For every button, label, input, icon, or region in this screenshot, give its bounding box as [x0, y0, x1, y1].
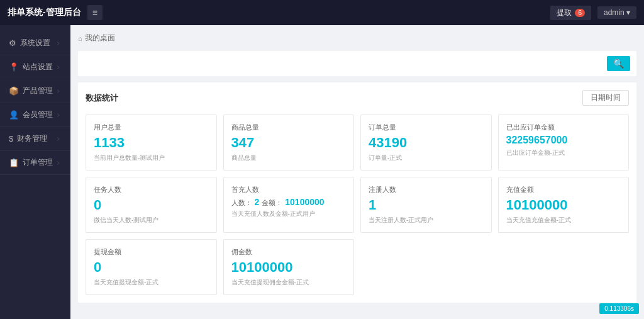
stat-desc-order-amount: 已出应订单金额-正式: [506, 148, 621, 157]
stat-desc-orders: 订单量-正式: [369, 154, 484, 162]
stat-label-regusers: 注册人数: [369, 185, 484, 194]
sidebar: ⚙ 系统设置 ﹥ 📍 站点设置 ﹥ 📦 产品管理 ﹥ 👤 会员管理 ﹥: [0, 25, 70, 319]
sidebar-item-system[interactable]: ⚙ 系统设置 ﹥: [0, 31, 70, 55]
stat-desc-task: 微信当天人数-测试用户: [94, 216, 209, 225]
gear-icon: ⚙: [9, 38, 16, 48]
chevron-icon-product: ﹥: [55, 87, 62, 96]
home-icon: ⌂: [78, 35, 82, 42]
stat-value-orders: 43190: [369, 135, 484, 151]
stat-value-firstcharge-inline: 人数： 2 金额： 10100000: [231, 197, 347, 210]
chevron-icon-finance: ﹥: [55, 135, 62, 143]
stat-value-fc2: 10100000: [285, 197, 324, 207]
app-title: 排单系统-管理后台: [8, 7, 81, 18]
notify-button[interactable]: 提取 6: [550, 6, 591, 20]
stat-desc-withdraw: 当天充值提现金额-正式: [94, 278, 209, 287]
stat-value-order-amount: 32259657000: [506, 135, 621, 146]
chevron-icon-system: ﹥: [55, 39, 62, 48]
product-icon: 📦: [9, 86, 19, 96]
stat-value-task: 0: [94, 197, 209, 213]
sidebar-item-product[interactable]: 📦 产品管理 ﹥: [0, 79, 70, 103]
stat-label-products: 商品总量: [231, 123, 347, 132]
stat-value-users: 1133: [94, 135, 209, 151]
sidebar-item-site[interactable]: 📍 站点设置 ﹥: [0, 55, 70, 79]
search-button[interactable]: 🔍: [607, 56, 630, 71]
stat-label-orders: 订单总量: [369, 123, 484, 132]
stat-card-users: 用户总量 1133 当前用户总数量-测试用户: [86, 115, 217, 171]
sidebar-item-member[interactable]: 👤 会员管理 ﹥: [0, 103, 70, 127]
stat-value-commission: 10100000: [231, 259, 347, 276]
main-content: ⌂ 我的桌面 🔍 数据统计 日期时间 用户总量 1133 当前用户总数量-测试用…: [70, 25, 644, 319]
sidebar-label-order: 订单管理: [23, 157, 53, 168]
stat-card-empty-2: [498, 239, 630, 295]
main-layout: ⚙ 系统设置 ﹥ 📍 站点设置 ﹥ 📦 产品管理 ﹥ 👤 会员管理 ﹥: [0, 25, 644, 319]
stat-card-orders: 订单总量 43190 订单量-正式: [360, 115, 492, 171]
stat-label-commission: 佣金数: [231, 247, 347, 257]
app-header: 排单系统-管理后台 ≡ 提取 6 admin ▾: [0, 0, 644, 25]
admin-menu-button[interactable]: admin ▾: [597, 6, 636, 19]
stats-row-3: 提现金额 0 当天充值提现金额-正式 佣金数 10100000 当天充值提现佣金…: [86, 239, 629, 295]
stat-label-recharge: 充值金额: [506, 185, 621, 194]
date-button[interactable]: 日期时间: [582, 90, 629, 106]
order-icon: 📋: [9, 158, 19, 167]
stat-card-products: 商品总量 347 商品总量: [223, 115, 355, 171]
stat-card-order-amount: 已出应订单金额 32259657000 已出应订单金额-正式: [498, 115, 630, 171]
stat-label-order-amount: 已出应订单金额: [506, 123, 621, 132]
stat-card-withdraw: 提现金额 0 当天充值提现金额-正式: [86, 239, 217, 295]
notify-label: 提取: [557, 8, 572, 17]
location-icon: 📍: [9, 62, 19, 72]
stat-card-empty-1: [360, 239, 492, 295]
sidebar-item-finance[interactable]: $ 财务管理 ﹥: [0, 127, 70, 151]
stat-card-regusers: 注册人数 1 当天注册人数-正式用户: [360, 177, 492, 233]
sidebar-label-finance: 财务管理: [17, 133, 47, 144]
chevron-icon-member: ﹥: [55, 111, 62, 120]
stat-value-recharge: 10100000: [506, 197, 621, 213]
footer-badge: 0.113306s: [599, 303, 639, 314]
header-right: 提取 6 admin ▾: [550, 6, 636, 20]
stat-prefix-1: 人数：: [231, 198, 252, 208]
stats-row-1: 用户总量 1133 当前用户总数量-测试用户 商品总量 347 商品总量 订单总…: [86, 115, 629, 171]
stat-label-users: 用户总量: [94, 123, 209, 132]
stat-card-recharge: 充值金额 10100000 当天充值充值金额-正式: [498, 177, 630, 233]
stats-section: 数据统计 日期时间 用户总量 1133 当前用户总数量-测试用户 商品总量 34…: [78, 82, 636, 303]
header-left: 排单系统-管理后台 ≡: [8, 5, 103, 20]
sidebar-item-order[interactable]: 📋 订单管理 ﹥: [0, 151, 70, 175]
member-icon: 👤: [9, 110, 19, 120]
finance-icon: $: [9, 134, 13, 143]
stat-label-firstcharge: 首充人数: [231, 185, 347, 194]
notify-badge: 6: [575, 9, 585, 17]
breadcrumb: ⌂ 我的桌面: [78, 30, 636, 46]
sidebar-label-system: 系统设置: [20, 38, 50, 48]
chevron-icon-site: ﹥: [55, 63, 62, 72]
stat-card-task: 任务人数 0 微信当天人数-测试用户: [86, 177, 217, 233]
stat-value-regusers: 1: [369, 197, 484, 213]
stat-desc-recharge: 当天充值充值金额-正式: [506, 216, 621, 225]
menu-toggle-button[interactable]: ≡: [87, 5, 103, 20]
stat-label-withdraw: 提现金额: [94, 247, 209, 257]
stat-desc-users: 当前用户总数量-测试用户: [94, 154, 209, 162]
stat-value-fc1: 2: [255, 197, 260, 207]
breadcrumb-text: 我的桌面: [85, 33, 115, 43]
stat-value-withdraw: 0: [94, 259, 209, 276]
search-bar: 🔍: [78, 51, 636, 76]
stats-title: 数据统计: [86, 92, 118, 104]
stat-label-task: 任务人数: [94, 185, 209, 194]
stat-desc-commission: 当天充值提现佣金金额-正式: [231, 278, 347, 287]
stat-desc-products: 商品总量: [231, 154, 347, 162]
sidebar-label-member: 会员管理: [23, 109, 53, 120]
stat-prefix-2: 金额：: [262, 198, 282, 208]
sidebar-label-site: 站点设置: [23, 62, 53, 72]
chevron-icon-order: ﹥: [55, 159, 62, 167]
stats-row-2: 任务人数 0 微信当天人数-测试用户 首充人数 人数： 2 金额： 101000…: [86, 177, 629, 233]
stat-card-firstcharge: 首充人数 人数： 2 金额： 10100000 当天充值人数及金额-正式用户: [223, 177, 355, 233]
stats-header: 数据统计 日期时间: [86, 90, 629, 106]
stat-value-products: 347: [231, 135, 347, 151]
stat-desc-firstcharge: 当天充值人数及金额-正式用户: [231, 210, 347, 218]
stat-card-commission: 佣金数 10100000 当天充值提现佣金金额-正式: [223, 239, 355, 295]
stat-desc-regusers: 当天注册人数-正式用户: [369, 216, 484, 225]
sidebar-label-product: 产品管理: [23, 86, 53, 96]
